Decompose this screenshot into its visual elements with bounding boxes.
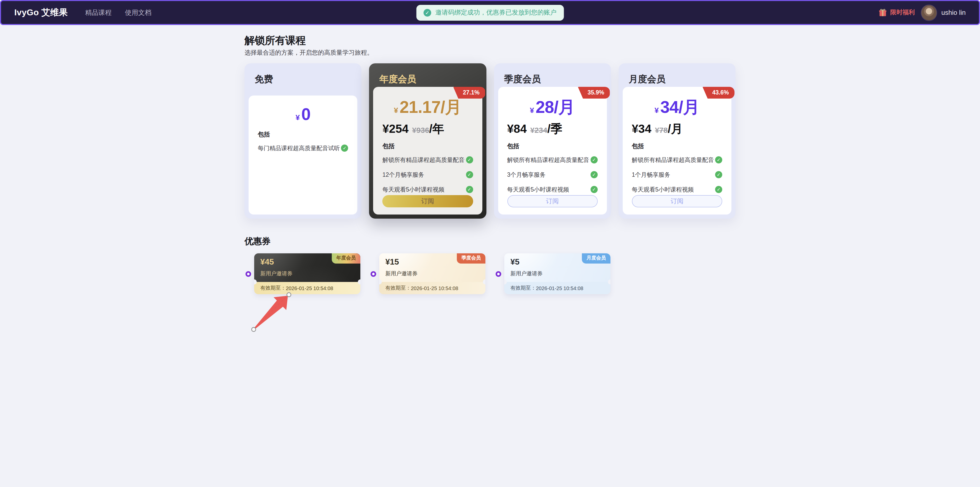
feature-text: 每天观看5小时课程视频 [507, 186, 569, 193]
plan-monthly-price: ¥21.17/月 [383, 96, 473, 119]
coupons-section: ¥45 新用户邀请券 年度会员 有效期至： 2026-01-25 10:54:0… [254, 253, 735, 294]
includes-label: 包括 [383, 142, 473, 151]
plan-price-row: ¥84 ¥234 /季 [507, 121, 598, 137]
includes-label: 包括 [632, 142, 722, 151]
coupon-card[interactable]: ¥5 新用户邀请券 月度会员 有效期至： 2026-01-25 10:54:08 [504, 253, 611, 294]
coupon-tier-badge: 季度会员 [457, 253, 485, 263]
plan-price-row: ¥254 ¥936 /年 [383, 121, 473, 137]
check-icon: ✓ [715, 171, 722, 178]
coupon-radio[interactable] [245, 271, 251, 276]
feature-text: 每天观看5小时课程视频 [383, 186, 445, 193]
original-price: ¥936 [412, 126, 429, 134]
monthly-price-value: 34/月 [660, 97, 700, 117]
feature-text: 解锁所有精品课程超高质量配音 [632, 156, 714, 164]
feature-row: 1个月畅享服务✓ [632, 169, 722, 180]
page-title: 解锁所有课程 [245, 34, 735, 46]
feature-row: 解锁所有精品课程超高质量配音✓ [383, 154, 473, 166]
plan-title: 年度会员 [380, 74, 416, 84]
coupon-expiry: 有效期至： 2026-01-25 10:54:08 [379, 282, 485, 294]
coupon-card[interactable]: ¥45 新用户邀请券 年度会员 有效期至： 2026-01-25 10:54:0… [254, 253, 360, 294]
main-content: 解锁所有课程 选择最合适的方案，开启您的高质量学习旅程。 免费 ¥0 包括 每门… [245, 34, 735, 294]
feature-text: 1个月畅享服务 [632, 171, 670, 179]
feature-list: 解锁所有精品课程超高质量配音✓1个月畅享服务✓每天观看5小时课程视频✓ [632, 151, 722, 195]
feature-row: 每门精品课程超高质量配音试听✓ [258, 142, 348, 154]
pricing-card: 季度会员 35.9% ¥28/月 ¥84 ¥234 /季 包括 解锁所有精品课程… [494, 63, 611, 219]
coupon-body: ¥45 新用户邀请券 年度会员 [254, 253, 360, 282]
check-icon: ✓ [590, 171, 598, 178]
feature-text: 3个月畅享服务 [507, 171, 546, 179]
original-price: ¥78 [655, 126, 668, 134]
promo-link[interactable]: 限时福利 [879, 8, 915, 17]
feature-row: 12个月畅享服务✓ [383, 169, 473, 180]
feature-row: 每天观看5小时课程视频✓ [632, 184, 722, 195]
success-toast: ✓ 邀请码绑定成功，优惠券已发放到您的账户 [417, 5, 564, 21]
coupon-body: ¥15 新用户邀请券 季度会员 [379, 253, 485, 282]
page-subtitle: 选择最合适的方案，开启您的高质量学习旅程。 [245, 49, 735, 57]
expiry-value: 2026-01-25 10:54:08 [286, 285, 333, 291]
user-menu[interactable]: ushio lin [921, 4, 966, 21]
plan-body: 35.9% ¥28/月 ¥84 ¥234 /季 包括 解锁所有精品课程超高质量配… [498, 87, 607, 214]
feature-row: 每天观看5小时课程视频✓ [383, 184, 473, 195]
check-icon: ✓ [590, 186, 598, 193]
page: IvyGo 艾维果 精品课程使用文档 ✓ 邀请码绑定成功，优惠券已发放到您的账户… [0, 0, 980, 487]
coupon-tier-badge: 年度会员 [332, 253, 360, 263]
main-nav: 精品课程使用文档 [85, 8, 151, 17]
subscribe-button[interactable]: 订阅 [632, 195, 722, 208]
plan-header: 免费 [245, 63, 362, 96]
monthly-price-value: 21.17/月 [400, 97, 462, 117]
coupon-radio[interactable] [496, 271, 501, 276]
monthly-price-value: 28/月 [536, 97, 575, 117]
user-name: ushio lin [942, 9, 966, 16]
plan-body: 27.1% ¥21.17/月 ¥254 ¥936 /年 包括 解锁所有精品课程超… [373, 87, 482, 214]
feature-row: 解锁所有精品课程超高质量配音✓ [632, 154, 722, 166]
coupon-name: 新用户邀请券 [260, 270, 354, 277]
nav-link-1[interactable]: 使用文档 [125, 8, 151, 17]
coupon-expiry: 有效期至： 2026-01-25 10:54:08 [504, 282, 611, 294]
app-logo: IvyGo 艾维果 [14, 6, 68, 18]
feature-text: 12个月畅享服务 [383, 171, 425, 179]
plan-title: 季度会员 [504, 74, 541, 84]
pricing-card: 免费 ¥0 包括 每门精品课程超高质量配音试听✓ [245, 63, 362, 219]
feature-text: 解锁所有精品课程超高质量配音 [507, 156, 589, 164]
discount-ribbon: 35.9% [578, 87, 610, 99]
check-icon: ✓ [466, 156, 473, 163]
header-right: 限时福利 ushio lin [879, 4, 966, 21]
currency-symbol: ¥ [394, 106, 398, 114]
expiry-value: 2026-01-25 10:54:08 [411, 285, 458, 291]
discount-ribbon: 43.6% [703, 87, 735, 99]
subscribe-button[interactable]: 订阅 [383, 195, 473, 208]
plan-monthly-price: ¥34/月 [632, 96, 722, 119]
includes-label: 包括 [258, 130, 348, 139]
current-price: ¥84 [507, 122, 527, 136]
feature-text: 每门精品课程超高质量配音试听 [258, 144, 340, 152]
subscribe-button[interactable]: 订阅 [507, 195, 598, 208]
original-price: ¥234 [530, 126, 547, 134]
toast-message: 邀请码绑定成功，优惠券已发放到您的账户 [435, 8, 557, 17]
pricing-section: 免费 ¥0 包括 每门精品课程超高质量配音试听✓ 年度会员 27.1% ¥21.… [245, 63, 735, 219]
price-period: /年 [429, 121, 444, 137]
coupon-radio[interactable] [371, 271, 376, 276]
coupon-item: ¥5 新用户邀请券 月度会员 有效期至： 2026-01-25 10:54:08 [504, 253, 611, 294]
expiry-label: 有效期至： [385, 284, 411, 292]
plan-monthly-price: ¥0 [258, 105, 348, 124]
discount-ribbon: 27.1% [453, 87, 485, 99]
plan-body: 43.6% ¥34/月 ¥34 ¥78 /月 包括 解锁所有精品课程超高质量配音… [623, 87, 732, 214]
feature-row: 3个月畅享服务✓ [507, 169, 598, 180]
coupon-item: ¥45 新用户邀请券 年度会员 有效期至： 2026-01-25 10:54:0… [254, 253, 360, 294]
feature-text: 每天观看5小时课程视频 [632, 186, 694, 193]
plan-title: 月度会员 [629, 74, 666, 84]
expiry-value: 2026-01-25 10:54:08 [536, 285, 584, 291]
check-icon: ✓ [715, 156, 722, 163]
feature-list: 解锁所有精品课程超高质量配音✓3个月畅享服务✓每天观看5小时课程视频✓ [507, 151, 598, 195]
includes-label: 包括 [507, 142, 598, 151]
coupon-expiry: 有效期至： 2026-01-25 10:54:08 [254, 282, 360, 294]
plan-monthly-price: ¥28/月 [507, 96, 598, 119]
nav-link-0[interactable]: 精品课程 [85, 8, 112, 17]
plan-title: 免费 [255, 74, 273, 84]
feature-list: 每门精品课程超高质量配音试听✓ [258, 139, 348, 154]
check-icon: ✓ [590, 156, 598, 163]
plan-body: ¥0 包括 每门精品课程超高质量配音试听✓ [248, 96, 358, 214]
currency-symbol: ¥ [296, 113, 300, 121]
coupons-title: 优惠券 [245, 236, 735, 247]
coupon-card[interactable]: ¥15 新用户邀请券 季度会员 有效期至： 2026-01-25 10:54:0… [379, 253, 485, 294]
